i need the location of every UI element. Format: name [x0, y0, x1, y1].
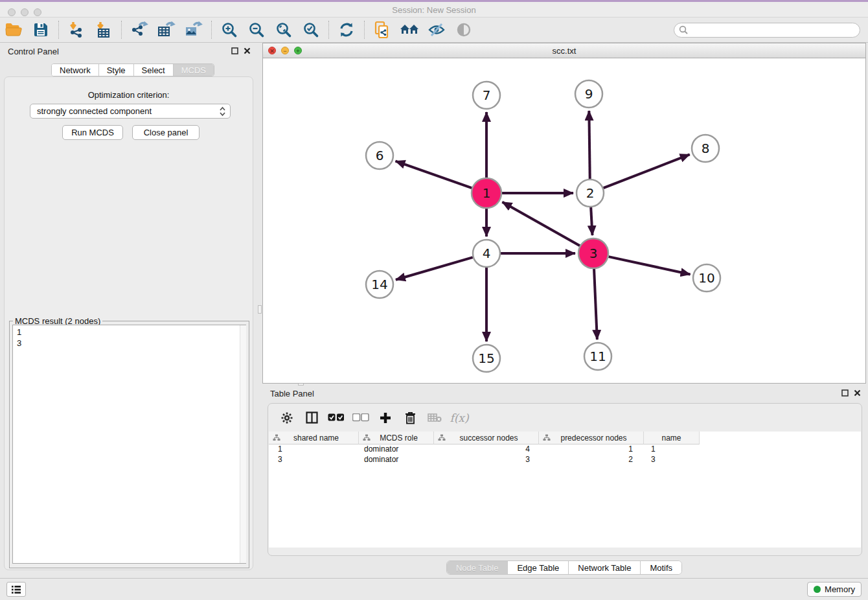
- tab-node-table[interactable]: Node Table: [447, 561, 508, 574]
- tree-icon: [363, 434, 371, 441]
- tree-icon: [543, 434, 551, 441]
- dropdown-stepper-icon: [219, 106, 226, 117]
- network-canvas[interactable]: 7968124314101511: [263, 58, 865, 383]
- zoom-out-icon[interactable]: [246, 20, 268, 40]
- show-graphics-eye-icon: [453, 20, 475, 40]
- graph-edge-3-11[interactable]: [594, 269, 597, 340]
- graph-node-label-9: 9: [585, 86, 593, 102]
- table-cell[interactable]: 1: [539, 444, 644, 455]
- table-cell[interactable]: 4: [434, 444, 539, 455]
- tab-network[interactable]: Network: [52, 64, 99, 76]
- graph-node-label-15: 15: [478, 351, 494, 366]
- table-cell[interactable]: 2: [539, 455, 644, 465]
- graph-edge-3-1[interactable]: [502, 202, 580, 246]
- graph-edge-3-10[interactable]: [608, 257, 690, 274]
- memory-status-dot: [814, 586, 821, 593]
- table-cell[interactable]: 3: [434, 455, 539, 465]
- window-accent-strip: [0, 0, 868, 2]
- graph-edge-2-8[interactable]: [604, 154, 690, 188]
- hide-selected-eye-icon[interactable]: [426, 20, 448, 40]
- memory-button[interactable]: Memory: [807, 582, 862, 597]
- zoom-selected-icon[interactable]: [300, 20, 322, 40]
- main-toolbar: [0, 17, 868, 43]
- table-row[interactable]: 3dominator323: [269, 455, 861, 465]
- export-network-icon[interactable]: [128, 20, 150, 40]
- close-panel-icon[interactable]: [244, 47, 251, 54]
- export-table-icon[interactable]: [155, 20, 177, 40]
- graph-node-label-10: 10: [698, 270, 714, 286]
- tab-mcds[interactable]: MCDS: [174, 64, 214, 76]
- tab-motifs[interactable]: Motifs: [641, 561, 681, 574]
- graph-node-label-4: 4: [483, 246, 491, 261]
- split-columns-icon[interactable]: [302, 409, 321, 427]
- column-header-mcds-role[interactable]: MCDS role: [359, 432, 434, 444]
- table-panel-title: Table Panel: [270, 389, 314, 398]
- import-table-icon[interactable]: [93, 20, 115, 40]
- tab-network-table[interactable]: Network Table: [569, 561, 641, 574]
- neighbors-houses-icon[interactable]: [398, 20, 420, 40]
- close-table-panel-icon[interactable]: [854, 389, 861, 397]
- graph-node-label-8: 8: [702, 141, 710, 156]
- control-panel-tabs: Network Style Select MCDS: [51, 63, 214, 76]
- toolbar-separator: [364, 21, 365, 39]
- run-mcds-button[interactable]: Run MCDS: [62, 125, 123, 140]
- graph-node-label-14: 14: [371, 277, 387, 292]
- export-image-icon[interactable]: [183, 20, 205, 40]
- list-icon: [11, 585, 21, 594]
- search-input[interactable]: [691, 24, 860, 36]
- graph-edge-4-14[interactable]: [396, 257, 473, 280]
- float-table-panel-icon[interactable]: [841, 389, 849, 397]
- table-cell[interactable]: dominator: [359, 444, 434, 455]
- zoom-fit-icon[interactable]: [273, 20, 295, 40]
- criterion-dropdown[interactable]: strongly connected component: [30, 104, 231, 119]
- search-icon: [679, 25, 688, 34]
- node-table-header: shared name MCDS role successor nodes pr…: [269, 432, 700, 444]
- save-session-icon[interactable]: [30, 20, 52, 40]
- task-history-button[interactable]: [6, 582, 26, 597]
- delete-column-icon[interactable]: [400, 409, 420, 427]
- tab-style[interactable]: Style: [99, 64, 134, 76]
- tab-edge-table[interactable]: Edge Table: [508, 561, 569, 574]
- tree-icon: [438, 434, 446, 441]
- close-panel-button[interactable]: Close panel: [132, 125, 200, 140]
- graph-edge-1-6[interactable]: [396, 161, 472, 188]
- graph-node-label-1: 1: [483, 185, 491, 201]
- tab-select[interactable]: Select: [134, 64, 174, 76]
- vertical-splitter-grip[interactable]: [258, 305, 262, 314]
- network-window: ✕ − + scc.txt 7968124314101511: [262, 43, 866, 384]
- float-panel-icon[interactable]: [231, 47, 238, 54]
- graph-edge-2-9[interactable]: [589, 111, 589, 179]
- deselect-all-columns-icon[interactable]: [351, 409, 371, 427]
- graph-node-label-3: 3: [589, 246, 598, 261]
- column-header-predecessor-nodes[interactable]: predecessor nodes: [539, 432, 644, 444]
- status-bar: Memory: [0, 578, 868, 600]
- table-cell[interactable]: 3: [644, 455, 700, 465]
- network-graph: 7968124314101511: [263, 58, 865, 383]
- graph-edge-2-3[interactable]: [591, 207, 592, 235]
- refresh-icon[interactable]: [336, 20, 358, 40]
- table-cell[interactable]: 1: [269, 444, 359, 455]
- column-header-name[interactable]: name: [644, 432, 700, 444]
- table-row[interactable]: 1dominator411: [269, 444, 861, 455]
- table-tabs: Node Table Edge Table Network Table Moti…: [262, 560, 866, 575]
- table-settings-gear-icon[interactable]: [277, 409, 297, 427]
- open-session-icon[interactable]: [3, 20, 25, 40]
- mcds-result-text[interactable]: 1 3: [12, 325, 246, 564]
- search-box[interactable]: [674, 23, 860, 38]
- window-title: Session: New Session: [0, 5, 868, 15]
- result-scrollbar[interactable]: [240, 325, 246, 563]
- column-header-shared-name[interactable]: shared name: [269, 432, 359, 444]
- table-panel: Table Panel: [262, 387, 866, 578]
- table-cell[interactable]: dominator: [359, 455, 434, 465]
- table-cell[interactable]: 1: [644, 444, 700, 455]
- column-header-successor-nodes[interactable]: successor nodes: [434, 432, 539, 444]
- zoom-in-icon[interactable]: [218, 20, 240, 40]
- add-column-icon[interactable]: [376, 409, 395, 427]
- table-cell[interactable]: 3: [269, 455, 359, 465]
- import-network-icon[interactable]: [65, 20, 87, 40]
- select-all-columns-icon[interactable]: [326, 409, 346, 427]
- tree-icon: [273, 434, 280, 441]
- table-toolbar: f(x): [268, 404, 862, 432]
- duplicate-network-icon[interactable]: [371, 20, 393, 40]
- graph-node-label-7: 7: [483, 87, 491, 103]
